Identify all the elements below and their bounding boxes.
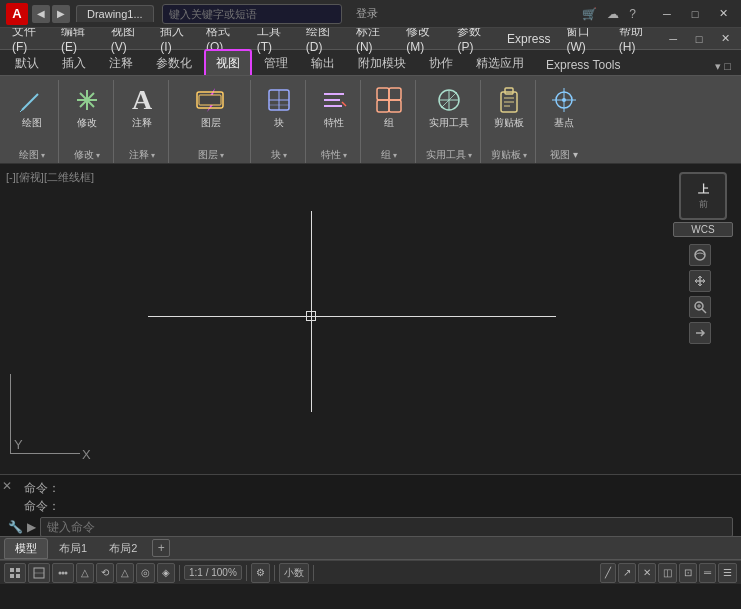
annotate-group-label[interactable]: 注释 ▾ [124, 146, 160, 164]
status-right-5[interactable]: ⊡ [679, 563, 697, 583]
pan-button[interactable] [689, 270, 711, 292]
app-minimize-button[interactable]: ─ [661, 30, 685, 48]
svg-rect-17 [377, 88, 389, 100]
tab-collab[interactable]: 协作 [418, 50, 464, 75]
orbit-button[interactable] [689, 244, 711, 266]
nav-forward-button[interactable]: ▶ [52, 5, 70, 23]
ribbon-group-basepoint: 基点 视图 ▾ [538, 80, 590, 163]
search-input[interactable] [162, 4, 342, 24]
status-icon-2[interactable] [28, 563, 50, 583]
utilities-group-bottom: 实用工具 ▾ [424, 147, 474, 163]
tab-express-tools[interactable]: Express Tools [536, 54, 630, 75]
nav-cube-side-label: 前 [698, 198, 709, 211]
utilities-label: 实用工具 [429, 116, 469, 130]
group-group-label[interactable]: 组 ▾ [371, 146, 407, 164]
nav-cube-inner[interactable]: 上 前 [679, 172, 727, 220]
nav-cube[interactable]: 上 前 WCS [673, 172, 733, 232]
group-icon [373, 84, 405, 116]
tab-layout1[interactable]: 布局1 [48, 538, 98, 559]
modify-group-label[interactable]: 修改 ▾ [69, 146, 105, 164]
status-gear-btn[interactable]: ⚙ [251, 563, 270, 583]
utilities-group-label[interactable]: 实用工具 ▾ [426, 146, 472, 164]
status-right-7[interactable]: ☰ [718, 563, 737, 583]
wcs-badge: WCS [673, 222, 733, 237]
svg-point-33 [562, 98, 566, 102]
ribbon-group-block: 块 块 ▾ [253, 80, 306, 163]
tab-output[interactable]: 输出 [300, 50, 346, 75]
block-tool-button[interactable]: 块 [259, 82, 299, 132]
tab-layout2[interactable]: 布局2 [98, 538, 148, 559]
drawing-tab[interactable]: Drawing1... [76, 5, 154, 22]
tab-default[interactable]: 默认 [4, 50, 50, 75]
draw-tool-button[interactable]: 绘图 [12, 82, 52, 132]
zoom-button[interactable] [689, 296, 711, 318]
tab-annotate[interactable]: 注释 [98, 50, 144, 75]
ribbon-group-properties: 特性 特性 ▾ [308, 80, 361, 163]
tab-model[interactable]: 模型 [4, 538, 48, 559]
utilities-tool-button[interactable]: 实用工具 [425, 82, 473, 132]
properties-tool-button[interactable]: 特性 [314, 82, 354, 132]
status-right-icons: ╱ ↗ ✕ ◫ ⊡ ═ ☰ [600, 563, 737, 583]
status-separator-1 [179, 565, 180, 581]
tab-addons[interactable]: 附加模块 [347, 50, 417, 75]
annotate-tool-button[interactable]: A 注释 [122, 82, 162, 132]
modify-tool-button[interactable]: 修改 [67, 82, 107, 132]
close-button[interactable]: ✕ [711, 5, 735, 23]
status-right-4[interactable]: ◫ [658, 563, 677, 583]
status-triangle-btn[interactable]: △ [76, 563, 94, 583]
drawing-area[interactable]: [-][俯视][二维线框] Y X 上 前 WCS [0, 164, 741, 474]
crosshair-center [306, 311, 316, 321]
view-label[interactable]: 视图 ▾ [546, 146, 582, 164]
status-right-6[interactable]: ═ [699, 563, 716, 583]
tab-insert[interactable]: 插入 [51, 50, 97, 75]
status-target-btn[interactable]: ◎ [136, 563, 155, 583]
status-small-numbers[interactable]: 小数 [279, 563, 309, 583]
help-icon[interactable]: ? [626, 7, 639, 21]
user-label[interactable]: 登录 [356, 6, 378, 21]
utilities-icon [433, 84, 465, 116]
status-right-1[interactable]: ╱ [600, 563, 616, 583]
properties-tools: 特性 [314, 82, 354, 147]
app-restore-button[interactable]: □ [687, 30, 711, 48]
tab-manage[interactable]: 管理 [253, 50, 299, 75]
clipboard-group-label[interactable]: 剪贴板 ▾ [491, 146, 527, 164]
properties-group-label[interactable]: 特性 ▾ [316, 146, 352, 164]
basepoint-tool-button[interactable]: 基点 [544, 82, 584, 132]
nav-back-button[interactable]: ◀ [32, 5, 50, 23]
status-tri2-btn[interactable]: △ [116, 563, 134, 583]
menu-express[interactable]: Express [499, 30, 558, 48]
ribbon-collapse-button[interactable]: ▾ □ [709, 58, 737, 75]
app-close-button[interactable]: ✕ [713, 30, 737, 48]
svg-line-36 [702, 309, 706, 313]
status-rotate-btn[interactable]: ⟲ [96, 563, 114, 583]
tab-featured[interactable]: 精选应用 [465, 50, 535, 75]
status-scale[interactable]: 1:1 / 100% [184, 565, 242, 580]
status-bar: △ ⟲ △ ◎ ◈ 1:1 / 100% ⚙ 小数 ╱ ↗ ✕ ◫ ⊡ ═ ☰ [0, 560, 741, 584]
layer-group-label[interactable]: 图层 ▾ [179, 146, 242, 164]
layer-tool-button[interactable]: 图层 [191, 82, 231, 132]
status-right-3[interactable]: ✕ [638, 563, 656, 583]
tab-view[interactable]: 视图 [204, 49, 252, 75]
command-close-button[interactable]: ✕ [2, 479, 12, 493]
cart-icon[interactable]: 🛒 [579, 7, 600, 21]
group-tool-button[interactable]: 组 [369, 82, 409, 132]
tab-add-button[interactable]: + [152, 539, 170, 557]
draw-label: 绘图 [22, 116, 42, 130]
block-group-label[interactable]: 块 ▾ [261, 146, 297, 164]
restore-button[interactable]: □ [683, 5, 707, 23]
status-icon-1[interactable] [4, 563, 26, 583]
status-right-2[interactable]: ↗ [618, 563, 636, 583]
clipboard-tool-button[interactable]: 剪贴板 [489, 82, 529, 132]
float-toolbar [689, 244, 711, 344]
command-input[interactable] [40, 517, 733, 537]
status-diamond-btn[interactable]: ◈ [157, 563, 175, 583]
showmotion-button[interactable] [689, 322, 711, 344]
tab-parametric[interactable]: 参数化 [145, 50, 203, 75]
annotate-group-bottom: 注释 ▾ [122, 147, 162, 163]
draw-group-label[interactable]: 绘图 ▾ [14, 146, 50, 164]
cloud-icon[interactable]: ☁ [604, 7, 622, 21]
minimize-button[interactable]: ─ [655, 5, 679, 23]
menu-bar: 文件(F) 编辑(E) 视图(V) 插入(I) 格式(O) 工具(T) 绘图(D… [0, 28, 741, 50]
svg-rect-18 [389, 88, 401, 100]
status-icon-3[interactable] [52, 563, 74, 583]
